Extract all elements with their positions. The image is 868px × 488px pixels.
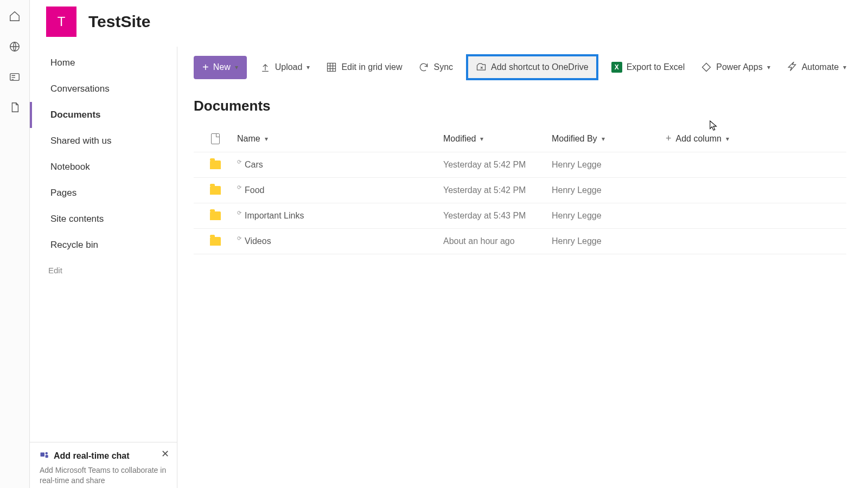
power-apps-button[interactable]: Power Apps ▾ [698, 59, 773, 76]
documents-table: Name ▾ Modified ▾ Modified By ▾ + Add co… [194, 125, 846, 254]
site-header: T TestSite [30, 0, 868, 47]
new-button-label: New [213, 62, 231, 72]
export-excel-label: Export to Excel [627, 62, 685, 72]
column-modified-by[interactable]: Modified By ▾ [552, 134, 666, 144]
site-nav: Home Conversations Documents Shared with… [30, 47, 177, 488]
chevron-down-icon: ▾ [307, 63, 310, 71]
teams-icon [40, 450, 49, 462]
loading-icon: ⟳ [237, 159, 241, 165]
row-modified-by: Henry Legge [552, 160, 666, 170]
chevron-down-icon: ▾ [602, 135, 605, 143]
row-name: Cars [245, 160, 263, 170]
add-column-button[interactable]: + Add column ▾ [666, 133, 846, 144]
table-row[interactable]: ⟳Videos About an hour ago Henry Legge [194, 229, 846, 254]
plus-icon: + [666, 133, 672, 144]
loading-icon: ⟳ [237, 235, 241, 241]
chevron-down-icon: ▾ [235, 63, 238, 71]
nav-notebook[interactable]: Notebook [30, 154, 177, 180]
svg-rect-4 [46, 455, 48, 458]
column-name[interactable]: Name ▾ [237, 134, 443, 144]
column-modified[interactable]: Modified ▾ [443, 134, 552, 144]
automate-label: Automate [802, 62, 839, 72]
nav-site-contents[interactable]: Site contents [30, 206, 177, 232]
export-excel-button[interactable]: X Export to Excel [608, 59, 688, 76]
edit-grid-button[interactable]: Edit in grid view [323, 59, 405, 76]
chat-promo-body: Add Microsoft Teams to collaborate in re… [40, 465, 167, 486]
power-apps-label: Power Apps [716, 62, 762, 72]
svg-rect-5 [328, 63, 336, 72]
svg-rect-2 [41, 453, 45, 457]
row-modified: Yesterday at 5:42 PM [443, 185, 552, 195]
edit-grid-label: Edit in grid view [341, 62, 402, 72]
folder-icon [210, 211, 221, 220]
chevron-down-icon: ▾ [767, 63, 770, 71]
table-row[interactable]: ⟳Food Yesterday at 5:42 PM Henry Legge [194, 178, 846, 203]
chevron-down-icon: ▾ [726, 135, 729, 143]
chat-promo-title: Add real-time chat [54, 451, 130, 461]
sync-label: Sync [433, 62, 453, 72]
loading-icon: ⟳ [237, 184, 241, 190]
row-name: Important Links [245, 211, 304, 221]
nav-pages[interactable]: Pages [30, 180, 177, 206]
table-row[interactable]: ⟳Important Links Yesterday at 5:43 PM He… [194, 203, 846, 229]
folder-icon [210, 160, 221, 169]
home-icon[interactable] [8, 10, 21, 23]
site-title: TestSite [88, 12, 150, 31]
row-modified-by: Henry Legge [552, 185, 666, 195]
folder-icon [210, 237, 221, 246]
nav-shared[interactable]: Shared with us [30, 128, 177, 154]
app-rail [0, 0, 30, 488]
row-modified: Yesterday at 5:42 PM [443, 160, 552, 170]
file-type-icon [211, 133, 220, 144]
row-modified: About an hour ago [443, 236, 552, 246]
command-bar: + New ▾ Upload ▾ Edit in grid view Sync [194, 47, 868, 88]
row-modified-by: Henry Legge [552, 211, 666, 221]
svg-rect-1 [10, 74, 20, 81]
upload-button[interactable]: Upload ▾ [257, 59, 314, 76]
upload-label: Upload [275, 62, 303, 72]
row-modified: Yesterday at 5:43 PM [443, 211, 552, 221]
chevron-down-icon: ▾ [843, 63, 846, 71]
column-modified-label: Modified [443, 134, 476, 144]
news-icon[interactable] [8, 70, 21, 84]
library-pane: + New ▾ Upload ▾ Edit in grid view Sync [177, 47, 868, 488]
svg-point-3 [46, 452, 48, 455]
chevron-down-icon: ▾ [480, 135, 483, 143]
column-name-label: Name [237, 134, 260, 144]
row-name: Videos [245, 236, 271, 246]
automate-button[interactable]: Automate ▾ [783, 59, 850, 76]
nav-recycle-bin[interactable]: Recycle bin [30, 232, 177, 258]
chat-promo-card: ✕ Add real-time chat Add Microsoft Teams… [30, 442, 177, 488]
new-button[interactable]: + New ▾ [194, 56, 247, 79]
nav-conversations[interactable]: Conversations [30, 76, 177, 102]
close-icon[interactable]: ✕ [161, 448, 169, 460]
row-name: Food [245, 185, 264, 195]
table-header: Name ▾ Modified ▾ Modified By ▾ + Add co… [194, 125, 846, 152]
folder-icon [210, 186, 221, 195]
library-title: Documents [194, 98, 868, 114]
column-modified-by-label: Modified By [552, 134, 597, 144]
add-shortcut-onedrive-button[interactable]: Add shortcut to OneDrive [466, 54, 598, 80]
nav-edit-link[interactable]: Edit [30, 258, 177, 282]
nav-documents[interactable]: Documents [30, 102, 177, 128]
site-tile[interactable]: T [46, 7, 76, 37]
globe-icon[interactable] [8, 40, 21, 53]
row-modified-by: Henry Legge [552, 236, 666, 246]
excel-icon: X [611, 62, 622, 73]
plus-icon: + [202, 61, 209, 74]
nav-home[interactable]: Home [30, 50, 177, 76]
table-row[interactable]: ⟳Cars Yesterday at 5:42 PM Henry Legge [194, 152, 846, 178]
chevron-down-icon: ▾ [265, 135, 268, 143]
loading-icon: ⟳ [237, 210, 241, 216]
sync-button[interactable]: Sync [415, 59, 456, 76]
add-shortcut-label: Add shortcut to OneDrive [491, 62, 589, 72]
file-icon[interactable] [8, 101, 21, 114]
add-column-label: Add column [676, 134, 722, 144]
